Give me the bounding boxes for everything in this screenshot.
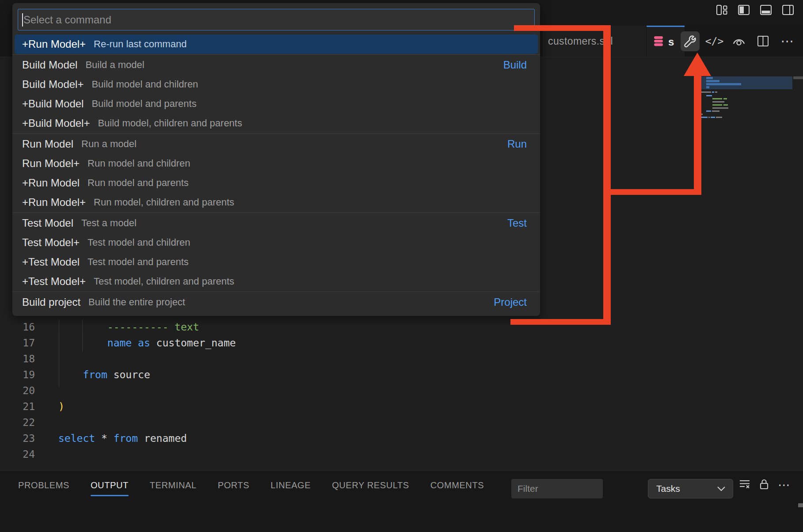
line-number: 23 — [0, 430, 35, 446]
line-number: 22 — [0, 414, 35, 430]
panel-scrollbar[interactable] — [798, 503, 803, 507]
command-label: +Build Model+ — [22, 117, 90, 129]
command-item[interactable]: Build Model+Build model and children — [12, 75, 540, 94]
command-label: Build Model+ — [22, 78, 84, 91]
command-item[interactable]: +Test Model+Test model, children and par… — [12, 272, 540, 291]
line-number: 20 — [0, 383, 35, 399]
bottom-panel: PROBLEMSOUTPUTTERMINALPORTSLINEAGEQUERY … — [0, 470, 803, 532]
customize-layout-icon[interactable] — [716, 4, 728, 16]
line-numbers-gutter: 161718192021222324 — [0, 319, 35, 462]
code-line — [58, 351, 236, 367]
code-area[interactable]: ---------- text name as customer_name fr… — [58, 319, 236, 462]
command-item[interactable]: +Run Model+Re-run last command — [15, 34, 538, 54]
command-group-action[interactable]: Test — [507, 217, 527, 229]
command-description: Test model and children — [88, 237, 190, 248]
line-number: 16 — [0, 319, 35, 335]
command-label: Test Model+ — [22, 236, 80, 249]
command-item[interactable]: Build projectBuild the entire projectPro… — [12, 293, 540, 312]
lock-icon[interactable] — [759, 479, 769, 492]
code-line — [58, 414, 236, 430]
panel-tab-query-results[interactable]: QUERY RESULTS — [332, 471, 409, 500]
annotation-line-top — [514, 25, 611, 31]
command-item[interactable]: Clean projectRun `dbt clean` — [12, 312, 540, 316]
line-number: 24 — [0, 446, 35, 462]
command-description: Build model, children and parents — [98, 118, 242, 129]
command-item[interactable]: Run Model+Run model and children — [12, 154, 540, 173]
code-line: ) — [58, 399, 236, 414]
annotation-line-branch — [607, 189, 701, 195]
window-layout-controls — [716, 4, 794, 16]
code-icon[interactable]: </> — [705, 31, 724, 51]
panel-tab-lineage[interactable]: LINEAGE — [270, 471, 311, 500]
command-item[interactable]: +Run ModelRun model and parents — [12, 173, 540, 193]
preview-eye-icon[interactable] — [729, 31, 748, 51]
wrench-icon[interactable] — [681, 31, 700, 51]
command-input[interactable]: Select a command — [18, 9, 535, 30]
command-item[interactable]: +Build Model+Build model, children and p… — [12, 114, 540, 133]
code-line: ---------- text — [58, 319, 236, 335]
filter-input[interactable]: Filter — [511, 479, 603, 498]
tasks-label: Tasks — [656, 483, 680, 494]
command-group-action[interactable]: Project — [494, 296, 527, 308]
more-actions-icon[interactable]: ⋯ — [778, 31, 797, 51]
command-item[interactable]: Test Model+Test model and children — [12, 233, 540, 252]
list-separator — [12, 133, 540, 134]
split-editor-icon[interactable] — [754, 31, 773, 51]
toggle-sidebar-icon[interactable] — [738, 4, 750, 16]
list-separator — [12, 213, 540, 213]
database-icon — [653, 35, 664, 49]
command-label: Run Model+ — [22, 157, 80, 170]
panel-tabs: PROBLEMSOUTPUTTERMINALPORTSLINEAGEQUERY … — [18, 471, 484, 500]
command-label: +Test Model+ — [22, 275, 86, 288]
command-item[interactable]: +Run Model+Run model, children and paren… — [12, 193, 540, 212]
command-palette: Select a command +Run Model+Re-run last … — [12, 3, 540, 316]
command-label: +Run Model+ — [22, 196, 86, 209]
code-line: name as customer_name — [58, 335, 236, 351]
command-description: Run a model — [81, 138, 137, 150]
command-item[interactable]: Build ModelBuild a modelBuild — [12, 55, 540, 75]
toggle-secondary-sidebar-icon[interactable] — [782, 4, 794, 16]
command-item[interactable]: Test ModelTest a modelTest — [12, 213, 540, 233]
tab-active-sql-file[interactable]: s — [647, 26, 685, 57]
list-separator — [12, 54, 540, 55]
indent-guide — [82, 320, 83, 352]
command-description: Build the entire project — [88, 296, 185, 308]
command-label: Run Model — [22, 138, 73, 150]
panel-tab-comments[interactable]: COMMENTS — [430, 471, 484, 500]
command-group-action[interactable]: Build — [503, 59, 527, 71]
command-description: Re-run last command — [94, 38, 186, 50]
command-item[interactable]: Run ModelRun a modelRun — [12, 134, 540, 154]
command-label: +Build Model — [22, 98, 84, 110]
command-label: Build Model — [22, 59, 77, 71]
command-description: Test model, children and parents — [94, 276, 234, 287]
code-line: from source — [58, 367, 236, 383]
command-description: Run model and children — [88, 158, 190, 169]
command-description: Run model and parents — [88, 177, 189, 189]
command-label: Clean project — [22, 315, 84, 316]
panel-tab-problems[interactable]: PROBLEMS — [18, 471, 69, 500]
panel-action-icons: ⋯ — [739, 471, 790, 500]
clear-output-icon[interactable] — [739, 479, 750, 491]
editor-scrollbar[interactable] — [793, 76, 803, 79]
list-separator — [12, 292, 540, 292]
panel-tab-output[interactable]: OUTPUT — [91, 471, 129, 500]
indent-guide — [59, 320, 59, 387]
command-label: Build project — [22, 296, 80, 308]
editor-actions: </> ⋯ — [681, 26, 797, 57]
tasks-dropdown[interactable]: Tasks — [648, 479, 733, 498]
command-group-action[interactable]: Run — [507, 138, 527, 150]
code-line — [58, 446, 236, 462]
command-item[interactable]: +Build ModelBuild model and parents — [12, 94, 540, 114]
tab-label: s — [668, 36, 674, 48]
vscode-window: customers.sql s </> — [0, 0, 803, 532]
line-number: 19 — [0, 367, 35, 383]
line-number: 18 — [0, 351, 35, 367]
toggle-panel-icon[interactable] — [760, 4, 772, 16]
command-item[interactable]: +Test ModelTest model and parents — [12, 252, 540, 272]
panel-tab-ports[interactable]: PORTS — [218, 471, 250, 500]
command-description: Test a model — [81, 217, 137, 229]
more-icon[interactable]: ⋯ — [778, 483, 790, 487]
panel-tab-terminal[interactable]: TERMINAL — [150, 471, 197, 500]
command-description: Build model and children — [91, 79, 198, 90]
command-list: +Run Model+Re-run last commandBuild Mode… — [12, 34, 540, 316]
